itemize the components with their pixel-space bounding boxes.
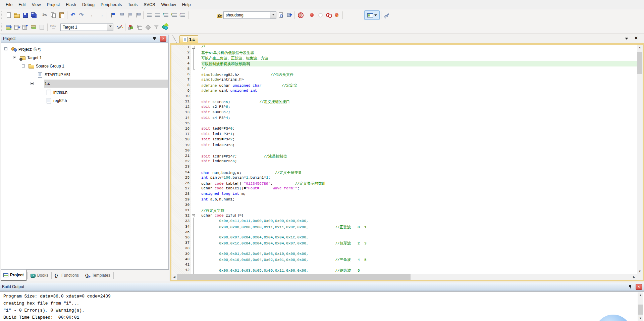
- tree-item-startup-a51[interactable]: STARTUP.A51: [1, 71, 168, 79]
- panel-tab-project[interactable]: Project: [1, 270, 26, 281]
- funnel-button[interactable]: [152, 23, 160, 32]
- component-button[interactable]: [127, 23, 135, 32]
- diamond-button[interactable]: [144, 23, 152, 32]
- bookmark-prev-button[interactable]: [117, 11, 125, 19]
- panel-tab-bar: ProjectBooksFunctionsTemplates: [1, 270, 169, 281]
- menu-peripherals[interactable]: Peripherals: [98, 1, 125, 8]
- configure-button[interactable]: [383, 11, 391, 19]
- search-combo[interactable]: shoudong: [223, 11, 276, 19]
- code-text: sbit s2=P3^6;: [201, 105, 230, 109]
- pin-icon[interactable]: [153, 36, 157, 41]
- menu-debug[interactable]: Debug: [79, 1, 98, 8]
- tree-item-intrins-h[interactable]: intrins.h: [1, 88, 168, 97]
- tree-item-target-1[interactable]: Target 1: [1, 53, 168, 62]
- code-line-22: 22sbit lcden=P2^6;: [171, 159, 637, 165]
- wand-button[interactable]: [115, 23, 124, 32]
- code-area[interactable]: 1/*2基于51单片机的低频信号发生器3可以产生三角波、正弦波、锯齿波、方波4可…: [171, 45, 637, 274]
- comment-x-icon: [179, 12, 186, 18]
- bookmark-clear-button[interactable]: [133, 11, 142, 19]
- panel-tab-templates[interactable]: Templates: [83, 270, 113, 281]
- batch-button[interactable]: [29, 23, 38, 32]
- bookmark-button[interactable]: [108, 11, 117, 19]
- find-at-button[interactable]: [296, 11, 305, 19]
- panel-tab-label: Project: [10, 273, 24, 277]
- comment-sel-button[interactable]: [162, 11, 170, 19]
- copy-button[interactable]: [49, 11, 57, 19]
- fold-marker[interactable]: [192, 214, 195, 217]
- menu-edit[interactable]: Edit: [15, 1, 29, 8]
- tab-list-dropdown-icon[interactable]: [625, 38, 628, 41]
- menu-svcs[interactable]: SVCS: [141, 1, 158, 8]
- save-button[interactable]: [21, 11, 29, 19]
- find-in-doc-button[interactable]: [276, 11, 285, 19]
- target-combo[interactable]: Target 1: [60, 24, 113, 31]
- redo-button[interactable]: ↷: [77, 11, 86, 19]
- tree-item-source-group-1[interactable]: Source Group 1: [1, 62, 168, 71]
- close-icon[interactable]: ✕: [160, 36, 166, 42]
- menu-flash[interactable]: Flash: [63, 1, 79, 8]
- menu-project[interactable]: Project: [44, 1, 63, 8]
- pack-button[interactable]: [160, 23, 169, 32]
- line-number: 8: [171, 83, 190, 87]
- panel-tab-functions[interactable]: Functions: [52, 270, 81, 281]
- nav-back-button[interactable]: ←: [89, 11, 97, 19]
- menu-window[interactable]: Window: [158, 1, 179, 8]
- stop-button[interactable]: [38, 23, 46, 32]
- editor-vertical-scrollbar[interactable]: ▲ ▼: [637, 45, 643, 274]
- tree-expander[interactable]: [22, 64, 25, 67]
- close-icon[interactable]: ✕: [636, 284, 642, 290]
- bp-button[interactable]: [308, 11, 316, 19]
- indent-button[interactable]: [145, 11, 153, 19]
- editor-horizontal-scrollbar[interactable]: ◀ ▶: [171, 274, 637, 280]
- tree-item-1-c[interactable]: 1.c: [1, 79, 168, 88]
- build-output-scrollbar[interactable]: ▲ ▼: [638, 292, 643, 321]
- find-in-files-button[interactable]: [215, 11, 223, 19]
- code-line-7: 7#include<intrins.h>: [171, 77, 637, 83]
- tree-expander[interactable]: [4, 47, 7, 50]
- code-text: 0x00,0x07,0x04,0x04,0x04,0x04,0x1c,0x00,: [201, 235, 309, 239]
- bp-dis-button[interactable]: [316, 11, 324, 19]
- menu-help[interactable]: Help: [179, 1, 194, 8]
- translate-icon: [5, 24, 12, 31]
- cut-button[interactable]: ✂: [41, 11, 49, 19]
- file-icon: [37, 72, 43, 78]
- undo-button[interactable]: ↶: [69, 11, 77, 19]
- menu-file[interactable]: File: [3, 1, 15, 8]
- bp-kill-button[interactable]: [333, 11, 341, 19]
- tree-expander[interactable]: [13, 56, 16, 59]
- bookmark-next-button[interactable]: [125, 11, 133, 19]
- fold-marker[interactable]: [192, 46, 195, 49]
- file-icon: [183, 37, 187, 42]
- open-file-button[interactable]: [12, 11, 21, 19]
- pin-icon[interactable]: [628, 284, 632, 289]
- paste-button[interactable]: [57, 11, 66, 19]
- editor-close-icon[interactable]: ✕: [634, 36, 638, 41]
- layers-button[interactable]: [135, 23, 144, 32]
- load-button[interactable]: [49, 23, 57, 32]
- window-layout-button[interactable]: [364, 10, 380, 20]
- save-all-button[interactable]: [29, 11, 38, 19]
- tab-1c[interactable]: 1.c: [179, 35, 198, 43]
- uncomment-sel-button[interactable]: [170, 11, 178, 19]
- menu-view[interactable]: View: [29, 1, 44, 8]
- tree-item-label: Project: 信号: [17, 46, 43, 53]
- menu-tools[interactable]: Tools: [125, 1, 141, 8]
- panel-tab-books[interactable]: Books: [28, 270, 51, 281]
- target-combo-dropdown-icon[interactable]: [107, 24, 113, 31]
- bp-disall-button[interactable]: [324, 11, 333, 19]
- outdent-button[interactable]: [153, 11, 162, 19]
- toolbar-grip: [1, 11, 3, 19]
- tree-item-reg52-h[interactable]: reg52.h: [1, 96, 168, 105]
- tree-item-project-[interactable]: Project: 信号: [1, 45, 168, 53]
- search-combo-dropdown-icon[interactable]: [270, 12, 276, 18]
- nav-forward-button[interactable]: →: [97, 11, 105, 19]
- rebuild-button[interactable]: [21, 23, 29, 32]
- comment-x-button[interactable]: [178, 11, 187, 19]
- code-text: sbit led1=P3^1;: [201, 132, 235, 136]
- incr-find-button[interactable]: [285, 11, 293, 19]
- tree-expander[interactable]: [31, 82, 34, 85]
- window-layout-icon: [367, 13, 373, 17]
- new-file-button[interactable]: [4, 11, 12, 19]
- translate-button[interactable]: [4, 23, 12, 32]
- build-button[interactable]: [12, 23, 21, 32]
